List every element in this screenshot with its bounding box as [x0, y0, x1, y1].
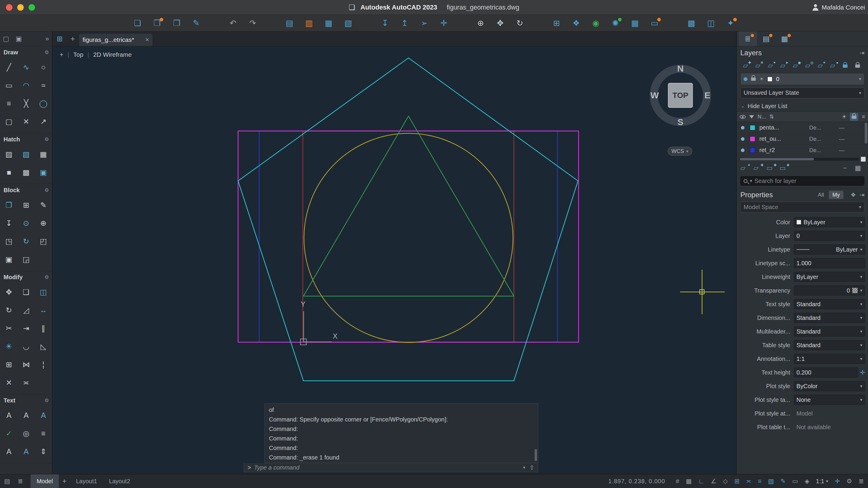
selection-cycling-icon[interactable]: ✎: [780, 478, 786, 485]
close-button[interactable]: [6, 4, 12, 11]
annotation-scale-sync-icon[interactable]: ✛: [835, 478, 840, 485]
list-menu-icon[interactable]: ≡: [862, 114, 865, 120]
etransmit-icon[interactable]: ➢: [414, 19, 434, 28]
new-drawing-tab-button[interactable]: +: [67, 31, 79, 46]
open-file-icon[interactable]: ❐: [147, 19, 167, 28]
zoom-icon[interactable]: ⊕: [471, 19, 490, 28]
minimize-button[interactable]: [17, 4, 24, 11]
pan-icon[interactable]: ✥: [490, 19, 510, 28]
line-tool[interactable]: ╱: [0, 58, 18, 76]
palette-view-grid-icon[interactable]: ▣: [16, 35, 22, 43]
lineweight-display-icon[interactable]: ≡: [758, 478, 762, 485]
tab-layout1[interactable]: Layout1: [70, 474, 103, 488]
customize-icon[interactable]: ≣: [859, 478, 864, 485]
snap-mode-icon[interactable]: ▦: [686, 478, 692, 485]
orbit-icon[interactable]: ↻: [510, 19, 530, 28]
create-block-tool[interactable]: ⊞: [18, 196, 35, 214]
layers-palette-tab[interactable]: ≣: [739, 31, 757, 46]
hatch-tool[interactable]: ▨: [0, 145, 18, 163]
find-replace-tool[interactable]: ◎: [18, 425, 35, 442]
triangle-green[interactable]: [303, 116, 514, 296]
text-height-input[interactable]: 0.200: [794, 367, 858, 377]
transparency-display-icon[interactable]: ▨: [768, 478, 774, 485]
layer-state-dropdown[interactable]: Unsaved Layer State ▾: [740, 87, 864, 98]
new-group-filter-icon[interactable]: ▭✚: [767, 164, 779, 172]
wcs-dropdown[interactable]: WCS ▾: [668, 147, 692, 155]
multileader-select[interactable]: Standard▾: [794, 326, 865, 337]
erase-tool[interactable]: ✕: [0, 374, 18, 392]
save-as-icon[interactable]: ✎: [186, 19, 206, 28]
reference-palette-tab[interactable]: ▦: [775, 31, 794, 46]
tab-layout2[interactable]: Layout2: [103, 474, 136, 488]
layer-color-swatch[interactable]: [750, 136, 755, 142]
dock-panel-icon[interactable]: ⇥: [859, 191, 864, 198]
layer-isolate-icon[interactable]: ▱◉: [789, 62, 802, 69]
undo-icon[interactable]: ↶: [223, 19, 243, 28]
hide-layer-list-toggle[interactable]: ⌄ Hide Layer List: [737, 101, 868, 111]
command-input-row[interactable]: > Type a command ▾ ⇪: [244, 463, 538, 472]
boundary-tool[interactable]: ▦: [35, 145, 52, 163]
layer-states-manager-icon[interactable]: ▱✦: [740, 164, 753, 172]
page-setup-icon[interactable]: ▦: [319, 19, 338, 28]
shared-views-icon[interactable]: ▭: [645, 19, 664, 28]
linetype-select[interactable]: ByLayer▾: [794, 245, 865, 255]
polar-tracking-icon[interactable]: ∠: [711, 478, 717, 485]
lock-column-header[interactable]: [850, 113, 858, 121]
layer-row[interactable]: ret_r2De...—: [737, 145, 868, 156]
join-tool[interactable]: ⋈: [18, 355, 35, 374]
annotation-monitor-icon[interactable]: ▭: [792, 478, 798, 485]
export-icon[interactable]: ↥: [395, 19, 414, 28]
isometric-drafting-icon[interactable]: ◇: [723, 478, 728, 485]
zoom-button[interactable]: [29, 4, 35, 11]
save-icon[interactable]: ❒: [167, 19, 186, 28]
circle-yellow[interactable]: [304, 133, 513, 342]
gear-icon[interactable]: ⚙: [44, 136, 49, 143]
freeze-sun-icon[interactable]: ☀: [842, 113, 846, 120]
geolocation-icon[interactable]: ✛: [434, 19, 454, 28]
point-tool[interactable]: ✕: [18, 113, 35, 131]
fillet-tool[interactable]: ◡: [18, 337, 35, 355]
plot-style-ta-select[interactable]: None▾: [794, 395, 865, 405]
group-tool[interactable]: ▣: [0, 250, 18, 268]
command-history[interactable]: ofCommand: Specify opposite corner or [F…: [265, 403, 538, 463]
xref-compare-icon[interactable]: ◫: [701, 19, 721, 28]
tile-views-icon[interactable]: ⊞: [53, 31, 67, 46]
explode-tool[interactable]: ✳: [0, 337, 18, 355]
layer-row[interactable]: ret_ou...De...—: [737, 133, 868, 145]
extend-tool[interactable]: ⇥: [18, 319, 35, 337]
tool-options-icon[interactable]: ≣: [18, 478, 23, 485]
annotation-scale[interactable]: 1:1 ▾: [816, 478, 828, 485]
layer-states-icon[interactable]: ▱✦: [764, 62, 777, 69]
chevron-down-icon[interactable]: ▾: [523, 465, 525, 470]
define-attribute-tool[interactable]: ◳: [0, 232, 18, 250]
new-file-icon[interactable]: ❏: [128, 19, 147, 28]
tab-close-icon[interactable]: ×: [145, 36, 149, 44]
new-layout-button[interactable]: +: [59, 477, 70, 485]
remove-layer-icon[interactable]: −: [838, 164, 851, 172]
compass-east[interactable]: E: [705, 90, 710, 101]
layer-select[interactable]: 0▾: [794, 231, 865, 241]
visual-style[interactable]: 2D Wireframe: [93, 51, 132, 58]
drawing-tab[interactable]: figuras_g...etricas* ×: [79, 33, 153, 46]
hscroll-track[interactable]: [739, 158, 859, 161]
compass-south[interactable]: S: [677, 117, 683, 127]
stretch-tool[interactable]: ↔: [35, 301, 52, 319]
plot-preview-icon[interactable]: ▥: [299, 19, 319, 28]
mtext-tool[interactable]: A: [0, 406, 18, 425]
ellipse-tool[interactable]: ◯: [35, 94, 52, 113]
offset-tool[interactable]: ∥: [35, 319, 52, 337]
layer-color-swatch[interactable]: [767, 77, 772, 82]
quick-select-icon[interactable]: ❖: [850, 191, 856, 198]
solid-fill-tool[interactable]: ■: [0, 163, 18, 181]
batch-publish-icon[interactable]: ▧: [338, 19, 358, 28]
spline-tool[interactable]: ≈: [35, 76, 52, 94]
layer-unisolate-icon[interactable]: ▱◎: [802, 62, 814, 69]
text-style-select[interactable]: Standard▾: [794, 299, 865, 309]
layer-list-scrollbar[interactable]: [865, 123, 867, 143]
gear-icon[interactable]: ⚙: [44, 49, 49, 56]
oblique-text-tool[interactable]: A: [0, 442, 18, 461]
rectangle-tool[interactable]: ▭: [0, 76, 18, 94]
table-style-select[interactable]: Standard▾: [794, 340, 865, 350]
model-space-canvas[interactable]: +|Top|2D Wireframe N S W E TOP WCS ▾ Y X: [53, 46, 736, 474]
layer-lock-icon[interactable]: [839, 62, 851, 69]
